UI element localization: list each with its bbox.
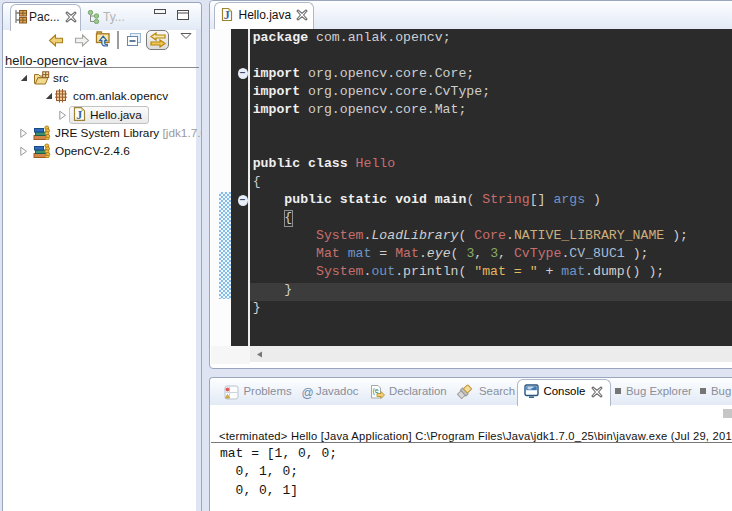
- svg-text:J: J: [224, 8, 230, 22]
- svg-text:J: J: [76, 108, 82, 121]
